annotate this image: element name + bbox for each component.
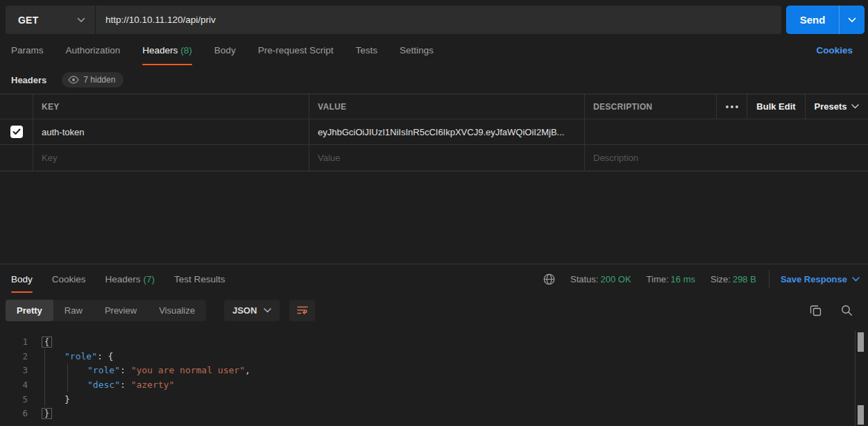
response-tabs: Body Cookies Headers (7) Test Results [11, 264, 245, 293]
tab-pre-request-script[interactable]: Pre-request Script [258, 34, 334, 66]
divider [769, 270, 769, 288]
three-dots-icon [726, 105, 738, 108]
line-number: 1 [0, 336, 28, 347]
response-headers-count-badge: (7) [144, 274, 155, 284]
view-tab-pretty[interactable]: Pretty [6, 300, 53, 321]
code-line: 6 } [0, 406, 854, 420]
chevron-down-icon [846, 104, 859, 109]
presets-dropdown[interactable]: Presets [806, 94, 868, 119]
code-line: 4 "desc": "azerty" [0, 377, 854, 392]
url-input[interactable]: http://10.10.11.120/api/priv [96, 15, 781, 25]
response-tab-body[interactable]: Body [11, 264, 33, 293]
line-number: 3 [0, 365, 28, 375]
more-options-button[interactable] [717, 94, 747, 119]
column-header-description: DESCRIPTION [585, 94, 717, 119]
format-dropdown[interactable]: JSON [224, 300, 280, 321]
size-badge: Size:298 B [710, 274, 756, 284]
column-header-value: VALUE [309, 94, 585, 119]
save-response-button[interactable]: Save Response [781, 274, 860, 284]
response-tab-test-results[interactable]: Test Results [174, 264, 225, 293]
response-tab-headers[interactable]: Headers (7) [105, 264, 155, 293]
copy-icon[interactable] [810, 305, 822, 316]
response-body-viewer[interactable]: 1 { 2 "role": { 3 "role": "you are norma… [0, 331, 868, 426]
table-row: auth-token eyJhbGciOiJIUzI1NiIsInR5cCI6I… [0, 119, 868, 145]
column-header-key: KEY [33, 94, 309, 119]
line-number: 4 [0, 380, 28, 390]
description-placeholder-field[interactable]: Description [593, 153, 638, 163]
headers-count-badge: (8) [180, 45, 192, 56]
chevron-down-icon [848, 17, 856, 23]
headers-table: KEY VALUE DESCRIPTION Bulk Edit Presets … [0, 94, 868, 171]
code-line: 5 } [0, 392, 854, 407]
response-meta: Status:200 OK Time:16 ms Size:298 B Save… [543, 270, 860, 288]
tab-headers[interactable]: Headers (8) [142, 34, 192, 66]
eye-icon [68, 76, 79, 84]
status-badge: Status:200 OK [570, 274, 631, 284]
send-split-button: Send [786, 6, 865, 34]
line-number: 6 [0, 408, 28, 418]
response-header: Body Cookies Headers (7) Test Results St… [0, 264, 868, 293]
tab-tests[interactable]: Tests [355, 34, 377, 66]
chevron-down-icon [264, 308, 271, 313]
bulk-edit-button[interactable]: Bulk Edit [747, 94, 806, 119]
url-container: GET http://10.10.11.120/api/priv [6, 6, 781, 34]
value-placeholder-field[interactable]: Value [318, 153, 340, 163]
header-value-field[interactable]: eyJhbGciOiJIUzI1NiIsInR5cCI6IkpXVCJ9.eyJ… [318, 127, 564, 137]
line-number: 5 [0, 394, 28, 404]
method-selector[interactable]: GET [6, 6, 96, 34]
response-actions [810, 305, 860, 316]
chevron-down-icon [77, 17, 85, 23]
vertical-scrollbar[interactable] [855, 331, 868, 426]
request-tabs: Params Authorization Headers (8) Body Pr… [0, 34, 868, 66]
globe-icon[interactable] [543, 273, 555, 285]
tab-authorization[interactable]: Authorization [66, 34, 121, 66]
search-icon[interactable] [841, 305, 853, 316]
hidden-headers-label: 7 hidden [83, 75, 115, 85]
line-number: 2 [0, 351, 28, 361]
scrollbar-thumb[interactable] [858, 332, 864, 352]
headers-subbar: Headers 7 hidden [0, 66, 868, 94]
header-key-field[interactable]: auth-token [42, 127, 84, 137]
chevron-down-icon [847, 277, 860, 282]
code-line: 2 "role": { [0, 349, 854, 364]
response-panel: Body Cookies Headers (7) Test Results St… [0, 264, 868, 426]
fold-toggle[interactable]: { [42, 336, 52, 348]
time-badge: Time:16 ms [647, 274, 695, 284]
view-tab-visualize[interactable]: Visualize [148, 300, 206, 321]
select-all-cell [0, 94, 33, 119]
code-lines: 1 { 2 "role": { 3 "role": "you are norma… [0, 334, 854, 420]
tab-params[interactable]: Params [11, 34, 44, 66]
tab-settings[interactable]: Settings [400, 34, 434, 66]
view-tab-preview[interactable]: Preview [94, 300, 148, 321]
table-row-empty: Key Value Description [0, 145, 868, 171]
headers-section-title: Headers [11, 75, 46, 85]
scrollbar-thumb[interactable] [858, 405, 864, 425]
row-enabled-checkbox[interactable] [10, 126, 23, 138]
response-tab-cookies[interactable]: Cookies [52, 264, 86, 293]
send-button[interactable]: Send [786, 6, 839, 34]
hidden-headers-toggle[interactable]: 7 hidden [62, 72, 124, 87]
code-line: 1 { [0, 334, 854, 349]
wrap-text-icon [296, 305, 309, 316]
cookies-link[interactable]: Cookies [816, 45, 853, 56]
code-line: 3 "role": "you are normal user", [0, 363, 854, 377]
method-label: GET [18, 15, 38, 26]
response-view-controls: Pretty Raw Preview Visualize JSON [0, 293, 868, 324]
view-tab-raw[interactable]: Raw [53, 300, 94, 321]
table-header-row: KEY VALUE DESCRIPTION Bulk Edit Presets [0, 94, 868, 119]
tab-body[interactable]: Body [214, 34, 236, 66]
send-options-button[interactable] [839, 6, 865, 34]
wrap-text-button[interactable] [289, 300, 315, 321]
key-placeholder-field[interactable]: Key [42, 153, 57, 163]
fold-toggle[interactable]: } [42, 408, 52, 419]
request-bar: GET http://10.10.11.120/api/priv Send [0, 0, 868, 34]
view-mode-segmented-control: Pretty Raw Preview Visualize [6, 300, 206, 321]
